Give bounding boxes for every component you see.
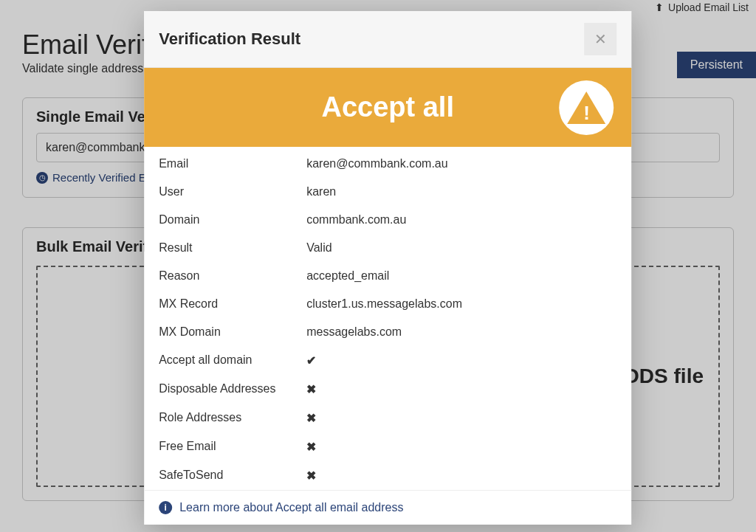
label-result: Result bbox=[159, 241, 306, 255]
row-email: Email karen@commbank.com.au bbox=[144, 150, 631, 178]
value-user: karen bbox=[306, 185, 336, 198]
row-safe-to-send: SafeToSend bbox=[144, 461, 631, 490]
close-button[interactable]: ✕ bbox=[584, 23, 616, 55]
row-reason: Reason accepted_email bbox=[144, 262, 631, 290]
learn-more-link[interactable]: i Learn more about Accept all email addr… bbox=[144, 490, 631, 525]
check-icon bbox=[306, 353, 316, 367]
value-result: Valid bbox=[306, 241, 331, 255]
result-banner: Accept all bbox=[144, 68, 631, 147]
label-email: Email bbox=[159, 157, 306, 170]
row-disposable: Disposable Addresses bbox=[144, 375, 631, 404]
label-domain: Domain bbox=[159, 213, 306, 227]
row-mx-record: MX Record cluster1.us.messagelabs.com bbox=[144, 290, 631, 318]
label-mx-record: MX Record bbox=[159, 297, 306, 311]
banner-text: Accept all bbox=[321, 91, 454, 123]
value-mx-record: cluster1.us.messagelabs.com bbox=[306, 297, 462, 311]
value-mx-domain: messagelabs.com bbox=[306, 325, 402, 339]
row-result: Result Valid bbox=[144, 234, 631, 262]
value-email: karen@commbank.com.au bbox=[306, 157, 447, 170]
row-user: User karen bbox=[144, 178, 631, 206]
x-icon bbox=[306, 382, 316, 396]
label-free-email: Free Email bbox=[159, 440, 306, 454]
info-icon: i bbox=[159, 501, 172, 514]
value-domain: commbank.com.au bbox=[306, 213, 406, 227]
row-accept-all: Accept all domain bbox=[144, 346, 631, 375]
modal-header: Verification Result ✕ bbox=[144, 11, 631, 68]
label-disposable: Disposable Addresses bbox=[159, 382, 306, 396]
row-mx-domain: MX Domain messagelabs.com bbox=[144, 318, 631, 346]
warning-badge bbox=[559, 80, 614, 135]
label-role: Role Addresses bbox=[159, 411, 306, 425]
warning-icon bbox=[567, 91, 605, 124]
x-icon bbox=[306, 469, 316, 483]
row-domain: Domain commbank.com.au bbox=[144, 206, 631, 234]
details-table: Email karen@commbank.com.au User karen D… bbox=[144, 147, 631, 490]
label-safe-to-send: SafeToSend bbox=[159, 469, 306, 483]
row-free-email: Free Email bbox=[144, 432, 631, 461]
label-accept-all: Accept all domain bbox=[159, 353, 306, 367]
label-user: User bbox=[159, 185, 306, 198]
value-reason: accepted_email bbox=[306, 269, 389, 283]
x-icon bbox=[306, 411, 316, 425]
modal-title: Verification Result bbox=[159, 30, 300, 49]
verification-result-modal: Verification Result ✕ Accept all Email k… bbox=[144, 11, 631, 525]
label-reason: Reason bbox=[159, 269, 306, 283]
row-role: Role Addresses bbox=[144, 404, 631, 432]
x-icon bbox=[306, 440, 316, 454]
learn-more-text: Learn more about Accept all email addres… bbox=[179, 501, 403, 514]
label-mx-domain: MX Domain bbox=[159, 325, 306, 339]
close-icon: ✕ bbox=[594, 30, 607, 48]
